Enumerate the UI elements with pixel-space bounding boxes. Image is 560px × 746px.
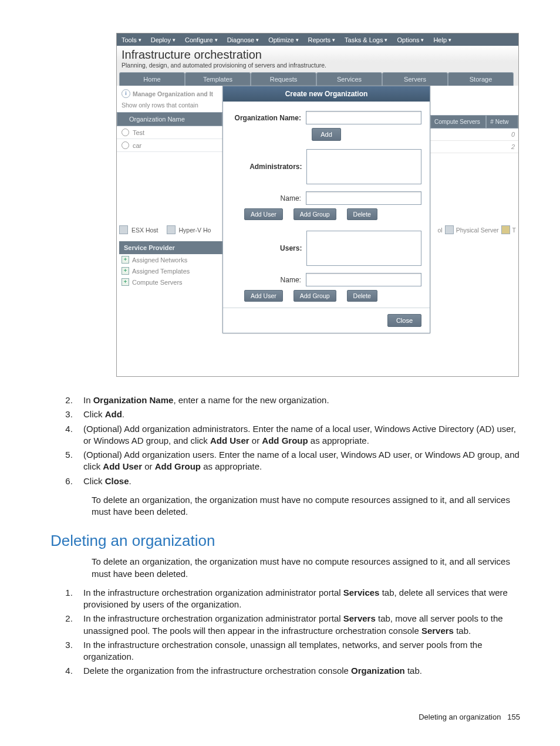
expand-icon[interactable]: + [122, 256, 129, 264]
user-delete-button[interactable]: Delete [347, 290, 377, 302]
right-header: Compute Servers# Netw [430, 115, 518, 129]
tab-servers[interactable]: Servers [382, 72, 448, 86]
admin-name-label: Name: [231, 194, 306, 202]
menu-options[interactable]: Options [392, 36, 429, 43]
menu-optimize[interactable]: Optimize [264, 36, 303, 43]
sp-header: Service Provider [119, 241, 222, 254]
list-item: Delete the organization from the infrast… [75, 665, 520, 677]
radio-icon[interactable] [122, 141, 129, 149]
menubar: ToolsDeployConfigureDiagnoseOptimizeRepo… [117, 33, 518, 46]
users-label: Users: [231, 244, 306, 252]
sp-items: +Assigned Networks+Assigned Templates+Co… [119, 254, 222, 288]
admin-add-user-button[interactable]: Add User [244, 208, 283, 220]
tab-templates[interactable]: Templates [185, 72, 251, 86]
heading-deleting: Deleting an organization [50, 532, 520, 550]
list-item: (Optional) Add organization administrato… [75, 423, 520, 447]
expand-icon[interactable]: + [122, 267, 129, 275]
right-rows: 02 [430, 129, 518, 153]
table-row: 2 [430, 141, 518, 153]
tabs: HomeTemplatesRequestsServicesServersStor… [117, 72, 518, 86]
tab-requests[interactable]: Requests [251, 72, 316, 86]
tree-item[interactable]: +Assigned Networks [119, 254, 222, 265]
menu-help[interactable]: Help [429, 36, 456, 43]
org-row[interactable]: Test [117, 126, 222, 139]
steps-a: In Organization Name, enter a name for t… [50, 394, 520, 487]
list-item: (Optional) Add organization users. Enter… [75, 449, 520, 473]
user-add-user-button[interactable]: Add User [244, 290, 283, 302]
service-provider: Service Provider +Assigned Networks+Assi… [119, 241, 222, 288]
org-row[interactable]: car [117, 139, 222, 152]
info-icon: i [122, 89, 130, 98]
admins-label: Administrators: [231, 163, 306, 171]
expand-icon[interactable]: + [122, 278, 129, 286]
phys-icon [445, 225, 454, 234]
table-row: 0 [430, 129, 518, 141]
t-icon [501, 225, 510, 234]
hyperv-icon [167, 225, 176, 234]
user-add-group-button[interactable]: Add Group [294, 290, 336, 302]
list-item: In the infrastructure orchestration orga… [75, 587, 520, 611]
user-name-label: Name: [231, 276, 306, 284]
menu-deploy[interactable]: Deploy [146, 36, 180, 43]
admin-name-input[interactable] [306, 191, 421, 205]
menu-diagnose[interactable]: Diagnose [222, 36, 264, 43]
admin-delete-button[interactable]: Delete [347, 208, 377, 220]
menu-tasks-logs[interactable]: Tasks & Logs [340, 36, 392, 43]
steps-b: In the infrastructure orchestration orga… [50, 587, 520, 677]
tab-services[interactable]: Services [316, 72, 382, 86]
dialog-title: Create new Organization [223, 86, 430, 102]
tree-item[interactable]: +Assigned Templates [119, 265, 222, 276]
para-a: To delete an organization, the organizat… [92, 494, 520, 518]
close-button[interactable]: Close [387, 314, 421, 327]
add-button[interactable]: Add [312, 128, 341, 141]
tree-item[interactable]: +Compute Servers [119, 276, 222, 288]
radio-icon[interactable] [122, 129, 129, 136]
create-org-dialog: Create new Organization Organization Nam… [222, 86, 430, 333]
page-footer: Deleting an organization 155 [0, 713, 560, 721]
legend-left: ESX Host Hyper-V Ho [119, 225, 211, 234]
admin-add-group-button[interactable]: Add Group [294, 208, 336, 220]
tab-home[interactable]: Home [119, 72, 185, 86]
org-name-label: Organization Name: [231, 114, 306, 122]
info-msg: iManage Organization and It [117, 86, 222, 102]
user-name-input[interactable] [306, 273, 421, 286]
tab-storage[interactable]: Storage [448, 72, 514, 86]
list-item: In the infrastructure orchestration orga… [75, 613, 520, 637]
para-b: To delete an organization, the organizat… [92, 556, 520, 580]
menu-reports[interactable]: Reports [303, 36, 340, 43]
col-header[interactable]: Compute Servers [430, 115, 486, 129]
list-item: Click Close. [75, 475, 520, 487]
users-list[interactable] [306, 231, 421, 266]
list-item: In Organization Name, enter a name for t… [75, 394, 520, 406]
screenshot: ToolsDeployConfigureDiagnoseOptimizeRepo… [116, 33, 519, 377]
legend-right: olPhysical ServerT [437, 225, 516, 234]
right-table: Compute Servers# Netw 02 [430, 115, 518, 153]
col-header[interactable]: # Netw [486, 115, 518, 129]
list-item: Click Add. [75, 409, 520, 420]
filter-label: Show only rows that contain [117, 102, 222, 112]
col-header[interactable]: Organization Name [117, 112, 222, 126]
esx-icon [119, 225, 128, 234]
app-title: Infrastructure orchestration [117, 46, 518, 62]
menu-tools[interactable]: Tools [117, 36, 146, 43]
app-subtitle: Planning, design, and automated provisio… [117, 62, 518, 72]
admins-list[interactable] [306, 149, 421, 184]
menu-configure[interactable]: Configure [180, 36, 222, 43]
org-name-input[interactable] [306, 111, 421, 124]
list-item: In the infrastructure orchestration cons… [75, 639, 520, 663]
org-rows: Testcar [117, 126, 222, 152]
